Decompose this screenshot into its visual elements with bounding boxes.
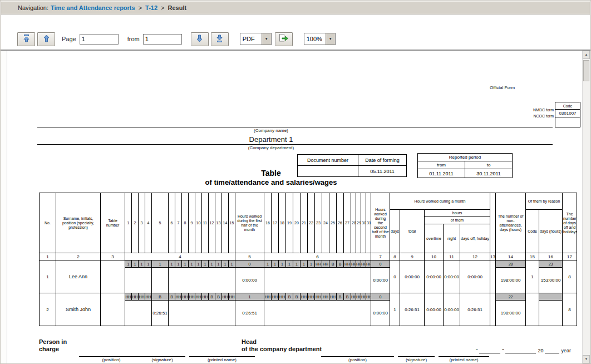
header-day: 24 [322, 193, 329, 253]
header-of-them: of them [425, 217, 490, 224]
page-label: Page [62, 36, 76, 42]
days-off-holidays: 8 [563, 260, 577, 293]
day-mark: HH [301, 293, 308, 301]
last-page-button[interactable] [211, 32, 229, 46]
header-day: 22 [308, 193, 315, 253]
t12-table: No.Surname, initials, position (specialt… [39, 193, 577, 326]
first-half-count: 1 [235, 293, 264, 301]
day5-value [152, 268, 169, 293]
header-day: 4 [145, 193, 152, 253]
day-mark: 1 [169, 260, 175, 268]
zoom-select[interactable]: 100% ▼ [304, 33, 336, 45]
printed-name-caption: (printed name) [439, 357, 489, 362]
header-no: No. [40, 193, 56, 253]
day-mark: HH [356, 293, 361, 301]
header-day: 29 [356, 193, 361, 253]
day-mark: 1 [264, 260, 272, 268]
header-day: 10 [195, 193, 202, 253]
day-mark: HH [175, 293, 182, 301]
blank-line [545, 347, 559, 353]
day-mark: HH [366, 260, 371, 268]
day-mark: B [293, 293, 301, 301]
day-mark: B [337, 293, 344, 301]
column-number-row: 1234567891011121314151617 [40, 253, 577, 260]
header-day: 6 [169, 193, 175, 253]
table-cell: 6 [264, 253, 371, 260]
non-attendance-days: 22 [496, 293, 526, 301]
year-label: year [561, 348, 571, 353]
scroll-up-button[interactable]: ▲ [583, 51, 590, 59]
code-box: Code 0301007 [555, 102, 580, 127]
day-mark: HH [279, 293, 286, 301]
non-attendance-time: 198:00:00 [496, 268, 526, 293]
header-day: 25 [329, 193, 337, 253]
day-mark: HH [315, 293, 322, 301]
month-days: 0 [390, 260, 400, 293]
day-mark: HH [264, 293, 272, 301]
date-year-blanks: " " 20 year [476, 347, 571, 353]
day-mark: HH [315, 260, 322, 268]
page-input[interactable] [80, 34, 119, 45]
header-table-number: Table number [101, 193, 125, 253]
first-half-count: 0 [235, 260, 264, 268]
day-mark: B [169, 293, 175, 301]
month-night: 0:00:00 [444, 260, 460, 293]
nav-link-t12[interactable]: T-12 [145, 4, 157, 11]
table-cell: 12 [460, 253, 490, 260]
header-day: 15 [229, 193, 235, 253]
header-non-attendance: The number of non-attendances, days (hou… [496, 193, 526, 253]
month-overtime: 0:00:00 [425, 260, 444, 293]
month-days-off: 0:26:51 [460, 293, 490, 326]
day-mark: B [152, 293, 169, 301]
signature-line [189, 350, 255, 357]
total-pages-input[interactable] [143, 34, 182, 45]
col13-cell [490, 293, 496, 326]
header-day: 27 [344, 193, 351, 253]
table-cell: 13 [490, 253, 496, 260]
previous-page-button[interactable] [37, 32, 55, 46]
position-caption: (position) [321, 357, 394, 362]
scrollbar-thumb[interactable] [583, 60, 589, 81]
header-night: night [444, 224, 460, 253]
first-page-button[interactable] [17, 32, 35, 46]
chevron-down-icon: ▼ [326, 33, 335, 45]
export-format-select[interactable]: PDF ▼ [240, 33, 272, 45]
day5-value: 0:26:51 [152, 301, 169, 326]
day-mark: HH [125, 293, 132, 301]
day-mark: HH [272, 293, 279, 301]
day-mark: 1 [175, 260, 182, 268]
export-button[interactable] [275, 32, 293, 46]
next-page-button[interactable] [191, 32, 209, 46]
nav-separator: > [161, 4, 164, 11]
header-overtime: overtime [425, 224, 444, 253]
day-mark: 1 [308, 260, 315, 268]
scroll-down-button[interactable]: ▼ [583, 355, 590, 363]
table-cell: 8 [390, 253, 400, 260]
day-mark: 1 [139, 260, 145, 268]
month-night: 0:00:00 [444, 293, 460, 326]
form-code-labels: NMDC form NCOC form [531, 108, 554, 120]
header-day: 5 [152, 193, 169, 253]
second-half-count: 0 [371, 260, 390, 268]
header-day: 31 [366, 193, 371, 253]
day-mark: HH [351, 260, 356, 268]
reason-code: 1 [526, 260, 539, 293]
date-of-forming-header: Date of forming [358, 155, 407, 166]
day-mark: 1 [229, 260, 235, 268]
day-mark: 1 [293, 260, 301, 268]
second-half-time: 0:00:00 [371, 301, 390, 326]
day-mark: 1 [215, 260, 222, 268]
table-cell: 11 [444, 253, 460, 260]
header-by-reason: Of them by reason [526, 193, 563, 210]
first-half-time: 0:26:51 [235, 301, 264, 326]
day-mark: B [344, 293, 351, 301]
day-mark: HH [182, 293, 189, 301]
printed-name-caption: (printed name) [189, 357, 255, 362]
table-cell: 5 [235, 253, 264, 260]
month-days: 1 [390, 293, 400, 326]
vertical-scrollbar[interactable]: ▲ ▼ [582, 51, 590, 363]
day-mark: 1 [189, 260, 195, 268]
header-day: 16 [264, 193, 272, 253]
nav-link-time-attendance-reports[interactable]: Time and Attendance reports [51, 4, 135, 11]
day-values [169, 301, 235, 326]
